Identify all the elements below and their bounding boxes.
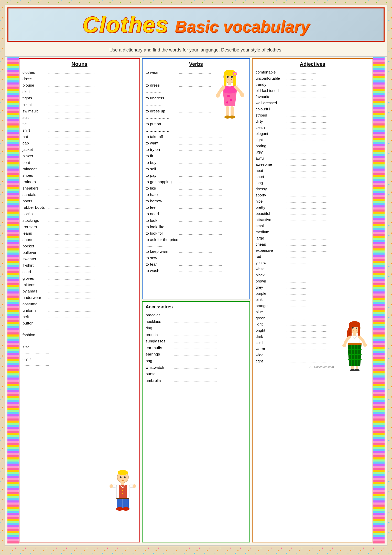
list-item: …………………… <box>23 362 136 367</box>
svg-point-27 <box>232 76 232 77</box>
list-item: pretty………………………………… <box>256 204 369 211</box>
list-item: jeans…………………………………… <box>23 230 136 236</box>
list-item: costume…………………………………… <box>23 301 136 307</box>
list-item: bag………………………………… <box>146 358 246 364</box>
columns-area: Nouns clothes…………………………………… dress…………………… <box>19 57 373 543</box>
list-item: to look for………………………………… <box>146 230 246 236</box>
list-item: shirt…………………………………… <box>23 127 136 133</box>
list-item: ……………… <box>146 127 246 133</box>
list-item: green……………… <box>256 315 369 321</box>
list-item: earrings………………………………… <box>146 351 246 358</box>
list-item: awful………………………………… <box>256 155 369 161</box>
list-item: coat…………………………………… <box>23 159 136 166</box>
svg-point-62 <box>354 369 360 371</box>
list-item: white……………… <box>256 266 369 272</box>
nouns-header: Nouns <box>23 61 136 67</box>
list-item: ugly………………………………… <box>256 149 369 155</box>
svg-rect-16 <box>123 498 129 508</box>
list-item: boots…………………………………… <box>23 198 136 204</box>
list-item: to feel………………………………… <box>146 204 246 211</box>
list-item: trendy………………………………… <box>256 81 369 88</box>
list-item: to keep warm………………………… <box>146 248 246 255</box>
list-item: blouse…………………………………… <box>23 82 136 88</box>
svg-point-19 <box>122 507 129 511</box>
list-item: well dressed……………………… <box>256 100 369 106</box>
adjectives-column: Adjectives comfortable……………………… uncomfor… <box>252 58 373 542</box>
accessories-header: Accessoires <box>146 304 246 310</box>
list-item: grey……………… <box>256 284 369 290</box>
list-item: brown……………… <box>256 278 369 284</box>
list-item: sandals…………………………………… <box>23 191 136 198</box>
list-item: to dress up………………………………… <box>146 108 211 114</box>
svg-rect-15 <box>117 498 123 508</box>
list-item: to buy………………………………… <box>146 159 246 166</box>
right-decoration <box>373 57 385 543</box>
svg-point-6 <box>125 477 125 477</box>
list-item: tight………………………………… <box>256 137 369 143</box>
list-item: tie…………………………………… <box>23 121 136 127</box>
list-item: shoes…………………………………… <box>23 172 136 179</box>
list-item: …………………… <box>23 350 136 355</box>
list-item: short………………………………… <box>256 174 369 180</box>
list-item: to dress………………………………… <box>146 82 211 88</box>
list-item: sporty………………………………… <box>256 192 369 198</box>
list-item: dressy………………………………… <box>256 186 369 192</box>
list-item: …………. <box>146 101 211 108</box>
list-item: pullover…………………………………… <box>23 249 136 256</box>
svg-rect-35 <box>231 106 234 117</box>
list-item: to look like………………………………… <box>146 224 246 230</box>
list-item: swimsuit…………………………………… <box>23 108 136 114</box>
accessories-column: Accessoires bracelet………………………………… neckla… <box>142 301 250 542</box>
list-item: to borrow………………………………… <box>146 198 246 204</box>
list-item: bikini…………………………………… <box>23 101 136 108</box>
list-item: clean………………………………… <box>256 124 369 131</box>
list-item: to ask for the price <box>146 236 246 243</box>
list-item: uncomfortable…………………… <box>256 75 369 81</box>
list-item: beautiful………………………………… <box>256 211 369 217</box>
svg-rect-48 <box>353 333 356 336</box>
list-item: to undress………………………………… <box>146 95 211 101</box>
list-item: elegant………………………………… <box>256 131 369 137</box>
list-item: stockings…………………………………… <box>23 217 136 224</box>
title-basic: Basic vocabulary <box>175 17 310 36</box>
list-item: trainers…………………………………… <box>23 179 136 185</box>
list-item: warm………………………………… <box>256 346 338 352</box>
title-clothes: Clothes <box>82 12 169 37</box>
list-item: ……………… <box>146 243 246 248</box>
list-item: underwear…………………………………… <box>23 294 136 301</box>
list-item: large………………………………… <box>256 235 369 241</box>
list-item: orange……………… <box>256 303 369 309</box>
svg-point-58 <box>363 343 367 347</box>
list-item: yellow……………… <box>256 260 369 266</box>
list-item: boring………………………………… <box>256 143 369 149</box>
svg-point-13 <box>110 484 113 488</box>
list-item: size <box>23 344 136 350</box>
list-item: nice………………………………… <box>256 198 369 204</box>
list-item: to sew………………………………… <box>146 255 246 261</box>
list-item: suit…………………………………… <box>23 114 136 121</box>
svg-rect-22 <box>224 72 226 88</box>
svg-point-44 <box>352 327 354 329</box>
list-item: colourful………………………………… <box>256 106 369 112</box>
svg-point-29 <box>227 95 230 97</box>
list-item: pocket…………………………………… <box>23 243 136 249</box>
list-item: black……………… <box>256 272 369 278</box>
adjectives-header: Adjectives <box>256 61 369 67</box>
list-item: uniform…………………………………… <box>23 307 136 313</box>
list-item: to take off………………………………… <box>146 133 246 140</box>
list-item: dirty………………………………… <box>256 118 369 124</box>
list-item: to wash………………………………… <box>146 267 246 274</box>
watermark: iSL Collective.com <box>252 365 365 369</box>
list-item: ……………… <box>146 114 211 121</box>
list-item: skirt…………………………………… <box>23 88 136 95</box>
svg-point-33 <box>240 93 244 97</box>
list-item: attractive………………………………… <box>256 217 369 223</box>
list-item: to try on………………………………… <box>146 146 246 153</box>
svg-point-24 <box>227 76 228 78</box>
list-item: dark………………………………… <box>256 333 338 340</box>
svg-point-25 <box>231 76 233 78</box>
list-item: shorts…………………………………… <box>23 236 136 243</box>
list-item: bracelet………………………………… <box>146 312 246 318</box>
list-item: sneakers…………………………………… <box>23 185 136 191</box>
list-item: tights…………………………………… <box>23 95 136 101</box>
